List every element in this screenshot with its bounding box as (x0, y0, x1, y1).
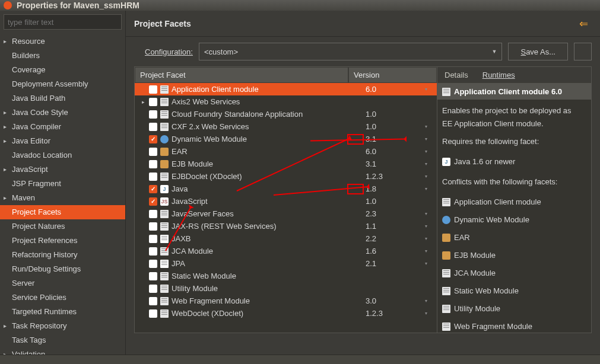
sidebar-item[interactable]: Java Code Style (0, 106, 125, 120)
sidebar-item[interactable]: JSP Fragment (0, 177, 125, 191)
sidebar-tree: ResourceBuildersCoverageDeployment Assem… (0, 33, 125, 364)
checkbox[interactable]: ✓ (149, 135, 157, 143)
doc-icon (160, 210, 169, 218)
sidebar-item[interactable]: Java Compiler (0, 120, 125, 134)
doc-icon (160, 173, 169, 181)
checkbox[interactable] (149, 297, 157, 305)
dropdown-icon[interactable]: ▾ (425, 311, 437, 316)
dropdown-icon[interactable]: ▾ (425, 87, 437, 92)
sidebar-item[interactable]: Task Tags (0, 333, 125, 347)
sidebar-item[interactable]: Server (0, 276, 125, 290)
facet-row[interactable]: EJBDoclet (XDoclet)1.2.3▾ (135, 170, 437, 183)
checkbox[interactable] (149, 85, 157, 94)
checkbox[interactable]: ✓ (149, 197, 157, 206)
facet-row[interactable]: Web Fragment Module3.0▾ (135, 295, 437, 307)
dropdown-icon[interactable]: ▾ (425, 149, 437, 154)
dropdown-icon[interactable]: ▾ (425, 186, 437, 191)
facet-name: EAR (172, 147, 366, 156)
dropdown-icon[interactable]: ▾ (425, 223, 437, 229)
facet-name: WebDoclet (XDoclet) (172, 309, 366, 318)
sidebar-item[interactable]: Coverage (0, 63, 125, 77)
doc-icon (442, 323, 450, 331)
facet-row[interactable]: Static Web Module (135, 270, 437, 282)
sidebar-item[interactable]: Refactoring History (0, 248, 125, 262)
sidebar-item[interactable]: Maven (0, 191, 125, 205)
tab-details[interactable]: Details (437, 67, 475, 83)
checkbox[interactable] (149, 247, 157, 256)
sidebar-item[interactable]: Project Facets (0, 205, 125, 219)
sidebar-item[interactable]: Run/Debug Settings (0, 262, 125, 276)
sidebar-item[interactable]: Java Editor (0, 134, 125, 148)
checkbox[interactable] (149, 210, 157, 218)
doc-icon (442, 305, 450, 313)
facet-row[interactable]: JAXB2.2▾ (135, 232, 437, 245)
facet-row[interactable]: JPA2.1▾ (135, 257, 437, 270)
checkbox[interactable] (149, 222, 157, 231)
sidebar-item[interactable]: Project References (0, 234, 125, 248)
checkbox[interactable] (149, 173, 157, 181)
doc-icon (160, 98, 169, 106)
facet-row[interactable]: JavaServer Faces2.3▾ (135, 207, 437, 220)
sidebar-item[interactable]: Java Build Path (0, 91, 125, 106)
facet-row[interactable]: Cloud Foundry Standalone Application1.0 (135, 108, 437, 120)
dropdown-icon[interactable]: ▾ (425, 261, 437, 266)
sidebar-item[interactable]: Targeted Runtimes (0, 305, 125, 319)
config-select[interactable]: <custom> (199, 43, 503, 60)
checkbox[interactable] (149, 285, 157, 293)
close-icon[interactable] (4, 1, 12, 9)
extra-button[interactable] (574, 43, 592, 60)
js-icon: JS (160, 197, 169, 206)
checkbox[interactable] (149, 235, 157, 243)
dropdown-icon[interactable]: ▾ (425, 136, 437, 142)
facet-version: 3.0 (366, 296, 425, 305)
checkbox[interactable]: ✓ (149, 185, 157, 193)
sidebar-item[interactable]: Builders (0, 49, 125, 63)
filter-input[interactable] (4, 14, 122, 30)
facet-row[interactable]: WebDoclet (XDoclet)1.2.3▾ (135, 307, 437, 320)
checkbox[interactable] (149, 148, 157, 156)
back-arrow-icon[interactable]: ⇐ (579, 17, 588, 30)
dropdown-icon[interactable]: ▾ (425, 124, 437, 129)
dropdown-icon[interactable]: ▾ (425, 174, 437, 179)
dropdown-icon[interactable]: ▾ (425, 248, 437, 254)
sidebar-item[interactable]: JavaScript (0, 162, 125, 177)
facet-version: 1.0 (366, 110, 425, 119)
dropdown-icon[interactable]: ▾ (425, 298, 437, 304)
facet-row[interactable]: CXF 2.x Web Services1.0▾ (135, 120, 437, 133)
col-version[interactable]: Version (348, 67, 437, 83)
sidebar-item[interactable]: Service Policies (0, 290, 125, 305)
titlebar: Properties for Maven_ssmHRM (0, 0, 600, 11)
checkbox[interactable] (149, 160, 157, 168)
col-facet[interactable]: Project Facet (135, 67, 348, 83)
expand-icon[interactable]: ▸ (142, 99, 149, 105)
facet-version: 6.0 (366, 147, 425, 156)
detail-pane: Details Runtimes Application Client modu… (437, 67, 591, 333)
save-as-button[interactable]: Save As... (508, 43, 568, 60)
sidebar-item[interactable]: Resource (0, 34, 125, 49)
sidebar-item[interactable]: Project Natures (0, 219, 125, 234)
checkbox[interactable] (149, 309, 157, 318)
main-header: Project Facets ⇐ (126, 11, 600, 37)
checkbox[interactable] (149, 98, 157, 106)
dropdown-icon[interactable]: ▾ (425, 161, 437, 167)
sidebar-item[interactable]: Javadoc Location (0, 148, 125, 162)
checkbox[interactable] (149, 260, 157, 268)
facet-row[interactable]: EAR6.0▾ (135, 145, 437, 158)
facet-row[interactable]: ▸Axis2 Web Services (135, 95, 437, 108)
facet-row[interactable]: Application Client module6.0▾ (135, 83, 437, 95)
facet-row[interactable]: JCA Module1.6▾ (135, 245, 437, 257)
dropdown-icon[interactable]: ▾ (425, 236, 437, 241)
facet-row[interactable]: Utility Module (135, 282, 437, 295)
checkbox[interactable] (149, 110, 157, 119)
sidebar-item[interactable]: Task Repository (0, 319, 125, 333)
sidebar-item[interactable]: Deployment Assembly (0, 77, 125, 91)
facet-row[interactable]: ✓JSJavaScript1.0 (135, 195, 437, 207)
checkbox[interactable] (149, 272, 157, 280)
checkbox[interactable] (149, 123, 157, 131)
tab-runtimes[interactable]: Runtimes (475, 67, 522, 83)
doc-icon (160, 85, 169, 94)
facet-name: JavaServer Faces (172, 209, 366, 218)
dropdown-icon[interactable]: ▾ (425, 211, 437, 216)
conflict-item: EAR (442, 229, 586, 247)
facet-version: 1.8 (366, 184, 425, 193)
